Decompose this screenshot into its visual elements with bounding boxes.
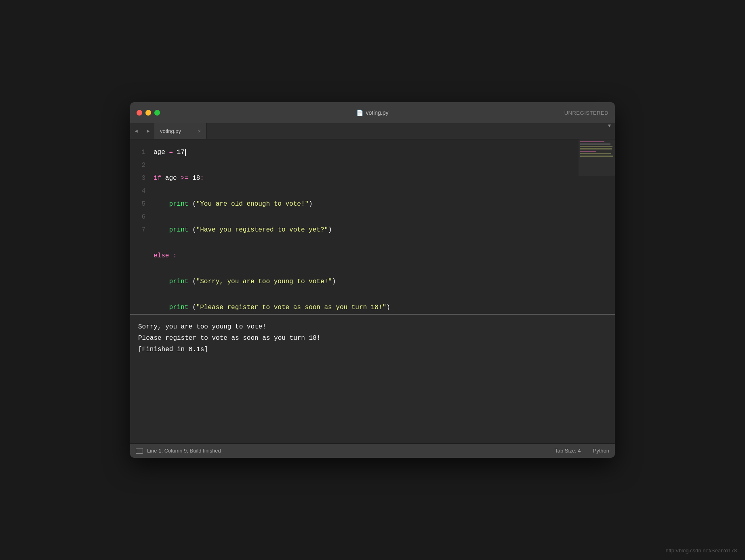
- minimap-svg: [579, 139, 615, 176]
- window-title: voting.py: [366, 109, 388, 116]
- svg-rect-2: [580, 146, 612, 147]
- file-icon: 📄: [356, 109, 363, 116]
- svg-rect-4: [580, 151, 596, 152]
- statusbar: Line 1, Column 9; Build finished Tab Siz…: [130, 443, 615, 458]
- tab-prev-button[interactable]: ◀: [130, 123, 142, 139]
- code-line-5: else :: [154, 249, 608, 262]
- tab-size-label[interactable]: Tab Size: 4: [555, 448, 581, 454]
- titlebar: 📄 voting.py UNREGISTERED: [130, 102, 615, 123]
- tab-close-button[interactable]: ×: [198, 128, 201, 134]
- code-line-2: if age >= 18:: [154, 172, 608, 185]
- tab-next-button[interactable]: ▶: [142, 123, 154, 139]
- close-button[interactable]: [137, 110, 142, 116]
- watermark: http://blog.csdn.net/SeanYi178: [665, 547, 737, 554]
- svg-rect-0: [580, 141, 604, 142]
- traffic-lights: [137, 110, 160, 116]
- editor-area: 1 2 3 4 5 6 7 age = 17 if age >= 18: pri…: [130, 139, 615, 443]
- code-content[interactable]: age = 17 if age >= 18: print ("You are o…: [150, 139, 615, 314]
- svg-rect-5: [580, 153, 611, 154]
- svg-rect-1: [580, 143, 610, 145]
- tab-dropdown-button[interactable]: ▼: [608, 123, 611, 139]
- statusbar-position: Line 1, Column 9; Build finished: [147, 448, 221, 454]
- maximize-button[interactable]: [154, 110, 160, 116]
- code-line-4: print ("Have you registered to vote yet?…: [154, 223, 608, 236]
- language-label[interactable]: Python: [593, 448, 609, 454]
- code-line-6: print ("Sorry, you are too young to vote…: [154, 275, 608, 288]
- tabbar: ◀ ▶ voting.py × ▼: [130, 123, 615, 139]
- unregistered-label: UNREGISTERED: [564, 110, 608, 116]
- statusbar-icon: [136, 448, 143, 454]
- code-line-3: print ("You are old enough to vote!"): [154, 198, 608, 211]
- code-line-1: age = 17: [154, 146, 608, 159]
- tab-voting-py[interactable]: voting.py ×: [154, 123, 207, 139]
- editor-window: 📄 voting.py UNREGISTERED ◀ ▶ voting.py ×…: [130, 102, 615, 458]
- tab-label: voting.py: [160, 128, 181, 134]
- svg-rect-6: [580, 156, 613, 157]
- console-output: Sorry, you are too young to vote! Please…: [130, 314, 615, 443]
- minimap: [579, 139, 615, 176]
- window-title-area: 📄 voting.py: [356, 109, 388, 116]
- console-line-1: Sorry, you are too young to vote!: [138, 321, 607, 333]
- code-editor[interactable]: 1 2 3 4 5 6 7 age = 17 if age >= 18: pri…: [130, 139, 615, 314]
- svg-rect-3: [580, 148, 612, 149]
- code-line-7: print ("Please register to vote as soon …: [154, 301, 608, 314]
- console-line-2: Please register to vote as soon as you t…: [138, 333, 607, 344]
- line-numbers: 1 2 3 4 5 6 7: [130, 139, 150, 314]
- statusbar-right: Tab Size: 4 Python: [555, 448, 609, 454]
- console-line-3: [Finished in 0.1s]: [138, 344, 607, 355]
- minimize-button[interactable]: [145, 110, 151, 116]
